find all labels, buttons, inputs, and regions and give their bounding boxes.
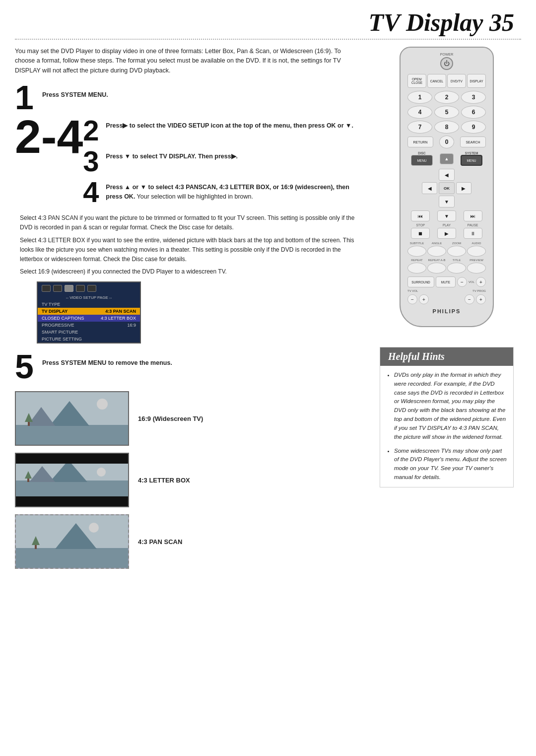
power-button[interactable]: ⏻ [440, 57, 453, 70]
btn-3[interactable]: 3 [461, 91, 486, 104]
angle-label: ANGLE [427, 242, 446, 245]
open-close-btn[interactable]: OPEN/CLOSE [407, 74, 426, 88]
audio-btn[interactable] [467, 246, 486, 257]
step-4: 4 Press ▲ or ▼ to select 4:3 PANSCAN, 4:… [83, 180, 362, 206]
stop-btn[interactable]: ⏹ [411, 228, 430, 239]
btn-8[interactable]: 8 [434, 121, 459, 134]
remote-a-btn[interactable]: ▲ [440, 153, 454, 164]
page-title: TV Display 35 [368, 8, 514, 36]
step-2-content: Press▶ to select the VIDEO SETUP icon at… [106, 118, 353, 145]
step-2-4-number: 2-4 [15, 113, 83, 160]
tv-modes-section: 16:9 (Widescreen TV) [15, 391, 362, 576]
ff-btn[interactable]: ⏭ [464, 210, 482, 221]
pause-btn[interactable]: ⏸ [464, 228, 482, 239]
angle-btn[interactable] [427, 246, 446, 257]
philips-logo: PHILIPS [407, 308, 486, 314]
title-label: TITLE [447, 259, 466, 262]
page-title-area: TV Display 35 [0, 0, 536, 37]
search-btn[interactable]: SEARCH [460, 137, 486, 147]
setup-row-smart: SMART PICTURE [38, 329, 140, 336]
btn-6[interactable]: 6 [461, 106, 486, 119]
helpful-hints-box: Helpful Hints DVDs only play in the form… [380, 347, 514, 487]
setup-row-tvtype: TV TYPE [38, 301, 140, 308]
vol-plus-btn[interactable]: + [476, 277, 486, 287]
remote-control: POWER ⏻ OPEN/CLOSE CANCEL DVD/TV DISPLAY… [400, 47, 494, 327]
preview-label: PREVIEW [467, 259, 486, 262]
helpful-hints-item-2: Some widescreen TVs may show only part o… [394, 447, 507, 482]
tv-mode-panscan-label: 4:3 PAN SCAN [129, 538, 182, 546]
setup-row-picture: PICTURE SETTING [38, 336, 140, 343]
step-1-number: 1 [15, 80, 42, 114]
btn-5[interactable]: 5 [434, 106, 459, 119]
subtitle-btn[interactable] [407, 246, 426, 257]
left-column: You may set the DVD Player to display vi… [15, 47, 367, 576]
tv-mode-panscan: 4:3 PAN SCAN [15, 514, 362, 569]
tv-vol-minus-btn[interactable]: − [407, 294, 417, 304]
system-label: SYSTEM [461, 151, 482, 155]
down-btn[interactable]: ▼ [437, 210, 456, 221]
setup-icon-1 [42, 285, 51, 292]
btn-9[interactable]: 9 [461, 121, 486, 134]
step-5: 5 Press SYSTEM MENU to remove the menus. [15, 351, 362, 383]
step-4-content: Press ▲ or ▼ to select 4:3 PANSCAN, 4:3 … [106, 180, 362, 206]
cancel-btn[interactable]: CANCEL [427, 74, 446, 88]
nav-right-btn[interactable]: ▶ [456, 182, 471, 194]
subtitle-label: SUBTITLE [407, 242, 426, 245]
play-btn[interactable]: ▶ [437, 228, 456, 239]
return-btn[interactable]: RETURN [407, 137, 433, 147]
title-btn[interactable] [447, 263, 466, 274]
setup-screen: -- VIDEO SETUP PAGE -- TV TYPE TV DISPLA… [37, 281, 141, 344]
btn-1[interactable]: 1 [407, 91, 432, 104]
tv-prog-plus-btn[interactable]: + [476, 294, 486, 304]
divider-line [15, 39, 521, 40]
setup-row-progressive: PROGRESSIVE16:9 [38, 322, 140, 329]
btn-0[interactable]: 0 [439, 136, 454, 148]
setup-icon-4 [76, 285, 85, 292]
preview-btn[interactable] [467, 263, 486, 274]
stop-label-row: STOP [411, 223, 430, 227]
nav-up-btn[interactable]: ◀ [439, 169, 454, 181]
step-5-number: 5 [15, 349, 42, 383]
rewind-btn[interactable]: ⏮ [411, 210, 430, 221]
system-menu-btn[interactable]: MENU [461, 155, 482, 166]
tv-mode-letterbox-label: 4:3 LETTER BOX [129, 477, 190, 484]
setup-screen-title: -- VIDEO SETUP PAGE -- [38, 294, 140, 301]
vol-minus-btn[interactable]: − [457, 277, 467, 287]
tv-prog-label: TV PROG [472, 289, 486, 292]
repeat-ab-btn[interactable] [427, 263, 446, 274]
surround-btn[interactable]: SURROUND [407, 276, 434, 287]
zoom-btn[interactable] [447, 246, 466, 257]
helpful-hints-content: DVDs only play in the format in which th… [380, 366, 513, 487]
setup-icon-5 [87, 285, 96, 292]
btn-4[interactable]: 4 [407, 106, 432, 119]
pause-label-row: PAUSE [464, 223, 482, 227]
btn-7[interactable]: 7 [407, 121, 432, 134]
mute-btn[interactable]: MUTE [436, 276, 456, 287]
step-5-content: Press SYSTEM MENU to remove the menus. [42, 351, 172, 368]
ok-btn[interactable]: OK [439, 182, 454, 194]
repeat-label: REPEAT [407, 259, 426, 262]
nav-down-btn[interactable]: ▼ [439, 196, 454, 207]
tv-mode-letterbox-image [15, 453, 129, 507]
power-label: POWER [407, 53, 486, 56]
tv-vol-plus-btn[interactable]: + [419, 294, 429, 304]
repeat-ab-label: REPEAT A-B [427, 259, 446, 262]
tv-mode-widescreen-label: 16:9 (Widescreen TV) [129, 415, 203, 422]
zoom-label: ZOOM [447, 242, 466, 245]
nav-left-btn[interactable]: ◀ [422, 182, 437, 194]
tv-prog-minus-btn[interactable]: − [465, 294, 474, 304]
helpful-hints-header: Helpful Hints [380, 347, 513, 366]
helpful-hints-item-1: DVDs only play in the format in which th… [394, 371, 507, 442]
tv-mode-widescreen: 16:9 (Widescreen TV) [15, 391, 362, 446]
disc-menu-btn[interactable]: MENU [411, 155, 433, 166]
step-4-paragraphs: Select 4:3 PAN SCAN if you want the pict… [20, 213, 362, 276]
setup-row-tvdisplay: TV DISPLAY4:3 PAN SCAN [38, 308, 140, 315]
steps-2-4-content: 2 Press▶ to select the VIDEO SETUP icon … [83, 118, 362, 210]
right-column: POWER ⏻ OPEN/CLOSE CANCEL DVD/TV DISPLAY… [372, 47, 521, 576]
step-2: 2 Press▶ to select the VIDEO SETUP icon … [83, 118, 362, 145]
tv-mode-letterbox: 4:3 LETTER BOX [15, 453, 362, 507]
dvd-tv-btn[interactable]: DVD/TV [447, 74, 466, 88]
repeat-btn[interactable] [407, 263, 426, 274]
btn-2[interactable]: 2 [434, 91, 459, 104]
display-btn[interactable]: DISPLAY [467, 74, 486, 88]
